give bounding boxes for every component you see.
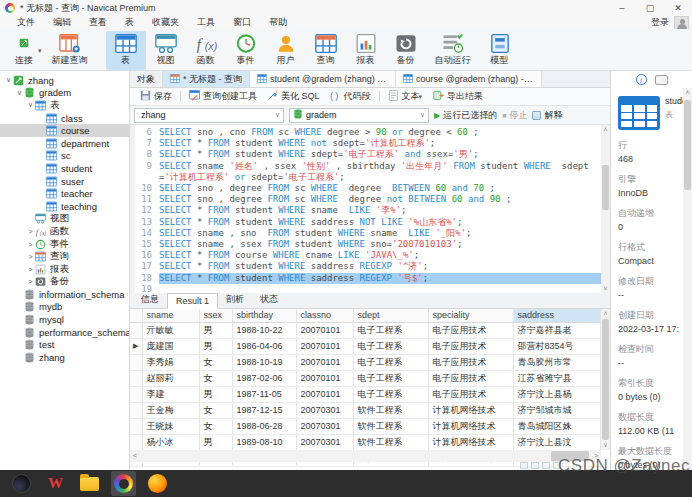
taskbar-icon-firefox[interactable] xyxy=(145,471,170,496)
cell[interactable]: 男 xyxy=(199,322,232,338)
scroll-up-icon[interactable]: ∧ xyxy=(601,125,610,134)
cell[interactable]: 20070101 xyxy=(296,370,353,386)
editor-line-19[interactable]: 19 xyxy=(135,284,601,293)
scroll-up-icon[interactable]: ∧ xyxy=(683,88,692,97)
menu-item-窗口[interactable]: 窗口 xyxy=(224,17,260,27)
toolbar-button-backup[interactable]: 备份 xyxy=(386,31,426,70)
cell[interactable]: 青岛胶州市常 xyxy=(513,354,600,370)
grid-footer-icon[interactable] xyxy=(520,462,528,469)
database-select[interactable]: gradem ∨ xyxy=(289,108,429,123)
editor-line-16[interactable]: 16SELECT * FROM course WHERE cname LIKE … xyxy=(135,250,601,261)
info-icon[interactable]: i xyxy=(636,74,647,85)
toolbar-button-report[interactable]: 报表 xyxy=(346,31,386,70)
grid-footer-icon[interactable] xyxy=(542,462,550,469)
minimize-button[interactable]: – xyxy=(608,0,636,16)
editor-vscrollbar[interactable]: ∧ ∨ xyxy=(601,125,610,293)
tree-item-mydb[interactable]: mydb xyxy=(0,301,129,314)
cell[interactable]: 电子应用技术 xyxy=(428,370,513,386)
tree-collapsed-icon[interactable]: > xyxy=(26,241,35,248)
result-tab-剖析[interactable]: 剖析 xyxy=(218,291,252,308)
editor-line-7[interactable]: 7SELECT * FROM student WHERE not sdept='… xyxy=(135,138,601,149)
tree-item-备份[interactable]: >备份 xyxy=(0,276,129,289)
column-header-saddress[interactable]: saddress xyxy=(513,309,600,322)
cell[interactable]: 男 xyxy=(199,386,232,402)
tree-item-查询[interactable]: >查询 xyxy=(0,250,129,263)
toolbar-button-model[interactable]: 模型 xyxy=(480,31,520,70)
cell[interactable]: 20070301 xyxy=(296,402,353,418)
tree-item-student[interactable]: student xyxy=(0,162,129,175)
column-header-sdept[interactable]: sdept xyxy=(353,309,428,322)
cell[interactable]: 赵丽莉 xyxy=(142,370,199,386)
cell[interactable]: 江苏省雎宁县 xyxy=(513,370,600,386)
qtoolbar-button-code-snippet[interactable]: ( )代码段 xyxy=(325,90,376,103)
tree-item-报表[interactable]: >报表 xyxy=(0,263,129,276)
qtoolbar-button-text-mode[interactable]: 文本▾ xyxy=(383,90,429,103)
scroll-thumb[interactable] xyxy=(602,319,609,440)
menu-item-查看[interactable]: 查看 xyxy=(80,17,116,27)
cell[interactable]: 1988-10-19 xyxy=(232,354,296,370)
tree-item-teaching[interactable]: teaching xyxy=(0,200,129,213)
cell[interactable]: 王金梅 xyxy=(142,402,199,418)
cell[interactable]: 男 xyxy=(199,434,232,450)
toolbar-button-event[interactable]: 事件 xyxy=(226,31,266,70)
tree-expanded-icon[interactable]: ∨ xyxy=(26,101,35,109)
cell[interactable]: 20070101 xyxy=(296,338,353,354)
tree-item-表[interactable]: ∨表 xyxy=(0,99,129,112)
tab-course @gradem (zhang) - 表[interactable]: course @gradem (zhang) - 表 xyxy=(396,71,542,87)
toolbar-button-view[interactable]: 视图 xyxy=(146,31,186,70)
editor-line-10[interactable]: 10SELECT sno , degree FROM sc WHERE degr… xyxy=(135,183,601,194)
tree-item-test[interactable]: test xyxy=(0,338,129,351)
cell[interactable]: 电子工程系 xyxy=(353,322,428,338)
cell[interactable]: 电子应用技术 xyxy=(428,338,513,354)
cell[interactable]: 20070301 xyxy=(296,418,353,434)
cell[interactable]: 李秀娟 xyxy=(142,354,199,370)
toolbar-button-automation[interactable]: 自动运行 xyxy=(426,31,480,70)
column-header-speciality[interactable]: speciality xyxy=(428,309,513,322)
table-row[interactable]: 杨小冰男1989-08-1020070301软件工程系计算机网络技术济宁汶上县汶 xyxy=(130,434,600,450)
explain-button[interactable]: 解释 xyxy=(532,109,562,122)
result-tab-状态[interactable]: 状态 xyxy=(252,291,286,308)
column-header-ssex[interactable]: ssex xyxy=(199,309,232,322)
editor-line-6[interactable]: 6SELECT sno , cno FROM sc WHERE degree >… xyxy=(135,127,601,138)
tree-collapsed-icon[interactable]: > xyxy=(26,266,35,273)
tree-item-zhang[interactable]: zhang xyxy=(0,351,129,364)
tab-student @gradem (zhang) - ...[interactable]: student @gradem (zhang) - ... xyxy=(250,71,396,87)
cell[interactable]: 电子工程系 xyxy=(353,370,428,386)
cell[interactable]: 电子工程系 xyxy=(353,338,428,354)
cell[interactable]: 电子应用技术 xyxy=(428,322,513,338)
tree-item-函数[interactable]: >f(x)函数 xyxy=(0,225,129,238)
tree-item-teacher[interactable]: teacher xyxy=(0,187,129,200)
tree-item-class[interactable]: class xyxy=(0,112,129,125)
grid-hscrollbar[interactable]: < > xyxy=(130,450,601,462)
menu-item-工具[interactable]: 工具 xyxy=(188,17,224,27)
table-row[interactable]: ▶庞建国男1986-04-0620070101电子工程系电子应用技术邵营村835… xyxy=(130,338,600,354)
result-tab-Result 1[interactable]: Result 1 xyxy=(167,293,218,309)
tree-item-course[interactable]: course xyxy=(0,124,129,137)
tree-item-mysql[interactable]: mysql xyxy=(0,313,129,326)
cell[interactable]: 1986-04-06 xyxy=(232,338,296,354)
cell[interactable]: 1987-02-06 xyxy=(232,370,296,386)
editor-line-14[interactable]: 14SELECT sname , sno FROM student WHERE … xyxy=(135,228,601,239)
column-header-classno[interactable]: classno xyxy=(296,309,353,322)
cell[interactable]: 20070101 xyxy=(296,386,353,402)
cell[interactable]: 青岛城阳区姝 xyxy=(513,418,600,434)
editor-line-9[interactable]: 9SELECT sname '姓名' , ssex '性别' , sbirthd… xyxy=(135,161,601,183)
panel-vscrollbar[interactable]: ∧ xyxy=(683,88,692,470)
maximize-button[interactable]: ▢ xyxy=(636,0,664,16)
cell[interactable]: 济宁嘉祥县老 xyxy=(513,322,600,338)
tab-对象[interactable]: 对象 xyxy=(130,71,163,87)
table-row[interactable]: 亓敏敏男1988-10-2220070101电子工程系电子应用技术济宁嘉祥县老 xyxy=(130,322,600,338)
tree-item-视图[interactable]: 视图 xyxy=(0,213,129,226)
toolbar-button-connection[interactable]: 连接 xyxy=(6,31,42,70)
cell[interactable]: 李建 xyxy=(142,386,199,402)
tree-item-department[interactable]: department xyxy=(0,137,129,150)
run-selected-button[interactable]: ▶ 运行已选择的 xyxy=(434,109,497,122)
table-row[interactable]: 李建男1987-11-0520070101电子工程系电子应用技术济宁汶上县杨 xyxy=(130,386,600,402)
user-avatar[interactable] xyxy=(674,16,689,30)
menu-item-文件[interactable]: 文件 xyxy=(8,17,44,27)
scroll-up-icon[interactable]: ∧ xyxy=(601,309,610,318)
cell[interactable]: 20070101 xyxy=(296,322,353,338)
connection-select[interactable]: zhang ∨ xyxy=(134,108,284,123)
editor-line-12[interactable]: 12SELECT * FROM student WHERE sname LIKE… xyxy=(135,205,601,216)
table-row[interactable]: 王晓妹女1988-06-2820070301软件工程系计算机网络技术青岛城阳区姝 xyxy=(130,418,600,434)
